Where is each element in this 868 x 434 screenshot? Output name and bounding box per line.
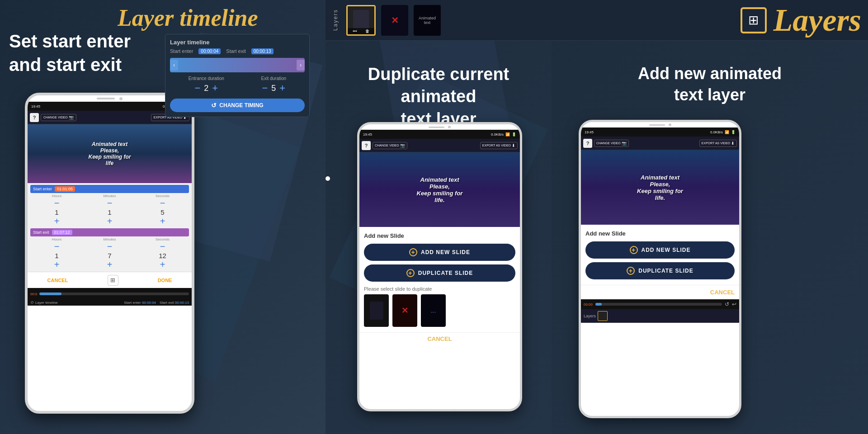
slide-2-thumb[interactable]: ✕ [381, 5, 408, 36]
clock-icon: ⏱ [30, 301, 34, 305]
strip-slide-thumb[interactable] [598, 311, 608, 321]
right-refresh-icon[interactable]: ↺ [725, 301, 729, 307]
timeline-bottom-times: Start enter 00:00:04 Start exit 00:00:13 [124, 301, 189, 305]
bottom-layer-timeline: ⏱ Layer timeline Start enter 00:00:04 St… [28, 300, 192, 306]
slide-select-row: ✕ ... [364, 294, 515, 327]
minus-minutes-enter[interactable]: − [83, 198, 136, 208]
middle-camera-icon: 📷 [400, 143, 405, 148]
left-description: Set start enter and start exit [9, 29, 131, 76]
plus-minutes-exit[interactable]: + [83, 259, 136, 270]
timeline-track[interactable]: ‹ › [170, 58, 305, 72]
plus-minutes-enter[interactable]: + [83, 216, 136, 226]
right-layers-strip: Layers [581, 309, 739, 323]
minus-seconds-exit[interactable]: − [136, 241, 189, 252]
timeline-time-indicator: 00:0 [30, 292, 38, 296]
middle-phone: 19:45 0.0KB/s 📶🔋 ? CHANGE VIDEO 📷 EXPORT… [357, 122, 522, 411]
question-btn[interactable]: ? [30, 113, 39, 122]
middle-animated-text: Animated text Please, Keep smiling for l… [417, 176, 463, 203]
layers-top-bar: Layers ••• 🗑 ✕ Animated text ⊞ Layers [326, 0, 868, 41]
duration-controls: Entrance duration − 2 + Exit duration − … [170, 76, 305, 94]
change-timing-btn[interactable]: ↺ CHANGE TIMING [170, 99, 305, 112]
right-change-video-btn[interactable]: CHANGE VIDEO 📷 [594, 140, 629, 147]
change-video-btn[interactable]: CHANGE VIDEO 📷 [41, 114, 76, 121]
slide-delete-icon[interactable]: 🗑 [365, 29, 369, 33]
minus-hours-exit[interactable]: − [30, 241, 83, 252]
dot-indicator [326, 176, 330, 181]
start-enter-section: Start enter 01:01:05 [30, 185, 189, 193]
plus-hours-exit[interactable]: + [30, 259, 83, 270]
middle-modal-title: Add new Slide [364, 232, 515, 239]
right-video-preview: Animated text Please, Keep smiling for l… [581, 150, 739, 225]
right-phone-bottom: 00:00 ↺ ↩ [581, 299, 739, 309]
left-video-preview: Animated text Please, Keep smiling for l… [28, 124, 192, 183]
middle-phone-toolbar: ? CHANGE VIDEO 📷 EXPORT AS VIDEO ⬇ [359, 139, 520, 152]
minus-hours-enter[interactable]: − [30, 198, 83, 208]
middle-cancel-btn[interactable]: CANCEL [359, 332, 520, 345]
exit-duration-group: Exit duration − 5 + [261, 76, 287, 94]
exit-minus-btn[interactable]: − [262, 82, 268, 94]
right-cancel-btn[interactable]: CANCEL [581, 285, 739, 299]
middle-question-btn[interactable]: ? [362, 141, 371, 150]
start-exit-value: 01:07:12 [52, 230, 72, 235]
bottom-buttons: CANCEL ⊞ DONE [28, 272, 192, 288]
start-enter-grid: Hours Minutes Seconds − − − 1 1 5 + + + [30, 194, 189, 226]
start-enter-value: 01:01:05 [55, 186, 75, 192]
middle-modal: Add new Slide + ADD NEW SLIDE + DUPLICAT… [359, 227, 520, 332]
select-label: Please select slide to duplicate [364, 286, 515, 292]
slide-thumb-1[interactable] [364, 294, 389, 327]
layer-timeline-title: Layer timeline [118, 5, 258, 31]
start-exit-grid: Hours Minutes Seconds − − − 1 7 12 + + + [30, 237, 189, 270]
exit-value: 5 [271, 84, 276, 93]
plus-seconds-enter[interactable]: + [136, 216, 189, 226]
slide-dots-icon: ••• [353, 29, 357, 33]
middle-change-video-btn[interactable]: CHANGE VIDEO 📷 [373, 142, 407, 149]
right-phone-toolbar: ? CHANGE VIDEO 📷 EXPORT AS VIDEO ⬇ [581, 137, 739, 150]
timeline-bar[interactable] [39, 292, 189, 295]
layers-add-icon-box[interactable]: ⊞ [741, 7, 767, 33]
cancel-btn[interactable]: CANCEL [47, 278, 68, 283]
plus-hours-enter[interactable]: + [30, 216, 83, 226]
timeline-popup: Layer timeline Start enter 00:00:04 Star… [165, 34, 310, 117]
slide-3-thumb[interactable]: Animated text [414, 5, 441, 36]
selected-slide-thumb[interactable]: ••• 🗑 [346, 5, 376, 36]
entrance-plus-btn[interactable]: + [212, 82, 218, 94]
middle-section: Duplicate current animated text layer 19… [326, 0, 552, 434]
handle-right[interactable]: › [297, 60, 305, 71]
layers-grid-icon[interactable]: ⊞ [108, 275, 118, 286]
exit-duration-row: − 5 + [262, 82, 285, 94]
right-duplicate-slide-btn[interactable]: + DUPLICATE SLIDE [585, 262, 735, 279]
right-export-btn[interactable]: EXPORT AS VIDEO ⬇ [699, 140, 737, 147]
right-dup-plus-icon: + [627, 267, 635, 275]
duplicate-title: Duplicate current animated text layer [335, 63, 542, 130]
middle-export-btn[interactable]: EXPORT AS VIDEO ⬇ [480, 142, 518, 149]
plus-seconds-exit[interactable]: + [136, 259, 189, 270]
refresh-icon: ↺ [211, 102, 217, 109]
right-undo-icon[interactable]: ↩ [732, 301, 736, 307]
middle-video-preview: Animated text Please, Keep smiling for l… [359, 152, 520, 227]
timeline-times: Start enter 00:00:04 Start exit 00:00:13 [170, 48, 305, 54]
done-btn[interactable]: DONE [158, 278, 172, 283]
bottom-timeline: 00:0 [28, 288, 192, 300]
right-add-new-slide-btn[interactable]: + ADD NEW SLIDE [585, 241, 735, 259]
timing-panel: Start enter 01:01:05 Hours Minutes Secon… [28, 183, 192, 272]
slide-thumb-2[interactable]: ✕ [392, 294, 417, 327]
right-modal: Add new Slide + ADD NEW SLIDE + DUPLICAT… [581, 225, 739, 285]
slide-thumb-3[interactable]: ... [421, 294, 446, 327]
right-modal-title: Add new Slide [585, 230, 735, 237]
minus-minutes-exit[interactable]: − [83, 241, 136, 252]
camera-icon: 📷 [69, 115, 74, 120]
middle-add-new-slide-btn[interactable]: + ADD NEW SLIDE [364, 244, 515, 261]
animated-text: Animated text Please, Keep smiling for l… [88, 141, 131, 166]
right-phone: 19:45 0.0KB/s 📶🔋 ? CHANGE VIDEO 📷 EXPORT… [579, 120, 741, 418]
entrance-minus-btn[interactable]: − [194, 82, 200, 94]
right-animated-text: Animated text Please, Keep smiling for l… [637, 174, 683, 201]
start-exit-section: Start exit 01:07:12 [30, 228, 189, 236]
exit-plus-btn[interactable]: + [279, 82, 285, 94]
middle-duplicate-slide-btn[interactable]: + DUPLICATE SLIDE [364, 264, 515, 282]
minus-seconds-enter[interactable]: − [136, 198, 189, 208]
entrance-duration-row: − 2 + [194, 82, 218, 94]
layers-vert-label: Layers [332, 9, 339, 31]
right-question-btn[interactable]: ? [583, 139, 592, 148]
right-download-icon: ⬇ [731, 141, 735, 146]
handle-left[interactable]: ‹ [170, 60, 178, 71]
